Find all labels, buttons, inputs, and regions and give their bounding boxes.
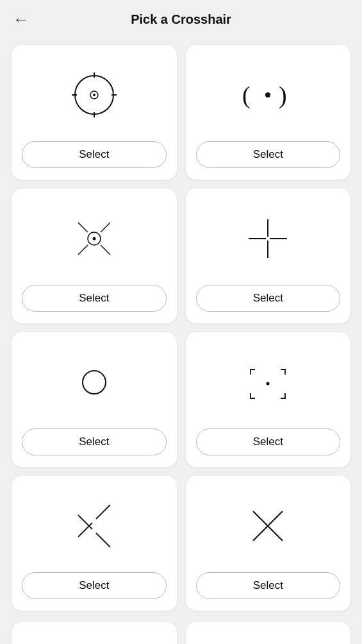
crosshair-card-slash-x: Select xyxy=(12,476,177,611)
dot-bracket-icon: ( ) xyxy=(239,58,297,132)
svg-line-24 xyxy=(78,523,92,537)
select-button-dot-bracket[interactable]: Select xyxy=(196,141,341,168)
svg-point-20 xyxy=(83,371,106,394)
crosshair-card-corners: Select xyxy=(186,332,351,467)
crosshair-grid: Select ( ) Select xyxy=(0,38,362,622)
select-button-slash-x[interactable]: Select xyxy=(22,572,167,599)
svg-line-13 xyxy=(101,223,110,232)
svg-line-12 xyxy=(78,223,88,232)
partial-crosshair-grid xyxy=(0,622,362,644)
svg-point-8 xyxy=(265,92,270,97)
page-title: Pick a Crosshair xyxy=(131,12,231,27)
crosshair-card-scoped xyxy=(12,622,177,644)
svg-line-25 xyxy=(96,505,110,519)
select-button-classic-circle[interactable]: Select xyxy=(22,141,167,168)
target-circle-icon xyxy=(239,635,297,644)
slash-x-icon xyxy=(65,489,123,563)
svg-point-2 xyxy=(93,94,95,96)
classic-circle-icon xyxy=(65,58,123,132)
header: ← Pick a Crosshair xyxy=(0,0,362,38)
back-button[interactable]: ← xyxy=(13,11,29,28)
crosshair-card-circle: Select xyxy=(12,332,177,467)
cross-icon xyxy=(239,201,297,276)
svg-text:(: ( xyxy=(242,81,251,109)
select-button-circle[interactable]: Select xyxy=(22,428,167,455)
crosshair-card-dot-bracket: ( ) Select xyxy=(186,45,351,180)
dynamic-x-icon xyxy=(65,201,123,276)
crosshair-card-x-mark: Select xyxy=(186,476,351,611)
svg-point-11 xyxy=(92,237,95,241)
select-button-dynamic-x[interactable]: Select xyxy=(22,285,167,312)
select-button-x-mark[interactable]: Select xyxy=(196,572,341,599)
svg-line-23 xyxy=(96,533,110,547)
svg-text:): ) xyxy=(279,81,287,109)
crosshair-card-target-circle xyxy=(186,622,351,644)
crosshair-card-dynamic-x: Select xyxy=(12,189,177,323)
crosshair-card-cross: Select xyxy=(186,189,351,323)
crosshair-card-classic-circle: Select xyxy=(12,45,177,180)
circle-icon xyxy=(65,345,123,419)
scoped-icon xyxy=(65,635,123,644)
x-mark-icon xyxy=(239,489,297,563)
svg-line-22 xyxy=(78,515,92,529)
corners-icon xyxy=(239,345,297,419)
svg-point-21 xyxy=(267,382,270,386)
svg-line-14 xyxy=(78,245,88,255)
svg-line-15 xyxy=(101,245,110,255)
select-button-corners[interactable]: Select xyxy=(196,428,341,455)
select-button-cross[interactable]: Select xyxy=(196,285,341,312)
